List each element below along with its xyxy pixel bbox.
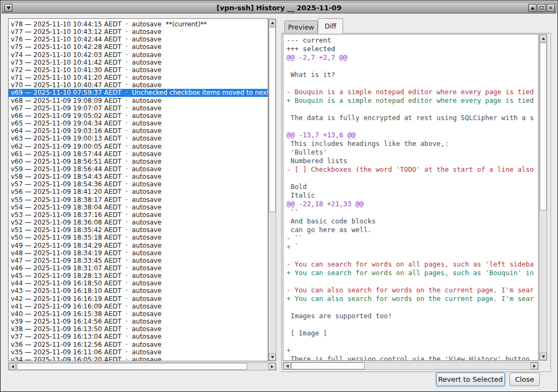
list-horizontal-scrollbar[interactable] bbox=[8, 362, 276, 370]
diff-line: Numbered lists bbox=[287, 157, 538, 165]
arrow-left-icon bbox=[11, 365, 14, 368]
list-item[interactable]: v70 — 2025-11-10 10:40:47 AEDT · autosav… bbox=[9, 81, 268, 89]
diff-line: Italic bbox=[287, 191, 538, 200]
maximize-icon bbox=[540, 6, 543, 10]
diff-line bbox=[287, 122, 538, 131]
list-vertical-scrollbar[interactable] bbox=[268, 18, 276, 361]
list-item[interactable]: v77 — 2025-11-10 10:43:12 AEDT · autosav… bbox=[9, 28, 268, 36]
list-item[interactable]: v36 — 2025-11-09 16:12:56 AEDT · autosav… bbox=[9, 341, 268, 348]
list-item[interactable]: v55 — 2025-11-09 18:38:17 AEDT · autosav… bbox=[9, 196, 268, 204]
list-item[interactable]: v57 — 2025-11-09 18:54:36 AEDT · autosav… bbox=[9, 180, 268, 188]
diff-line: The data is fully encrypted at rest usin… bbox=[287, 114, 538, 122]
list-item[interactable]: v56 — 2025-11-09 18:41:20 AEDT · autosav… bbox=[9, 188, 268, 195]
close-button[interactable]: Close bbox=[510, 373, 540, 386]
list-item[interactable]: v74 — 2025-11-10 10:42:03 AEDT · autosav… bbox=[9, 51, 268, 59]
list-item[interactable]: v47 — 2025-11-09 18:33:45 AEDT · autosav… bbox=[9, 257, 268, 264]
list-item[interactable]: v48 — 2025-11-09 18:34:19 AEDT · autosav… bbox=[9, 249, 268, 257]
list-item[interactable]: v49 — 2025-11-09 18:34:29 AEDT · autosav… bbox=[9, 242, 268, 249]
scroll-left-button[interactable] bbox=[9, 363, 16, 370]
list-item[interactable]: v39 — 2025-11-09 16:14:56 AEDT · autosav… bbox=[9, 318, 268, 325]
shade-button[interactable] bbox=[528, 4, 536, 12]
list-item[interactable]: v72 — 2025-11-10 10:41:30 AEDT · autosav… bbox=[9, 66, 268, 74]
list-item[interactable]: v71 — 2025-11-10 10:41:20 AEDT · autosav… bbox=[9, 74, 268, 81]
maximize-button[interactable] bbox=[538, 4, 546, 12]
list-item[interactable]: v76 — 2025-11-10 10:42:44 AEDT · autosav… bbox=[9, 36, 268, 43]
diff-line: + ` bbox=[287, 243, 538, 251]
list-item[interactable]: v64 — 2025-11-09 19:03:16 AEDT · autosav… bbox=[9, 127, 268, 135]
list-item[interactable]: v52 — 2025-11-09 18:36:08 AEDT · autosav… bbox=[9, 219, 268, 226]
scroll-down-button[interactable] bbox=[540, 353, 547, 360]
diff-line: - You can also search for words on the c… bbox=[287, 286, 538, 295]
diff-line bbox=[287, 174, 538, 183]
list-item[interactable]: v46 — 2025-11-09 18:31:07 AEDT · autosav… bbox=[9, 264, 268, 272]
diff-line: --- current bbox=[287, 36, 538, 45]
list-item[interactable]: v40 — 2025-11-09 16:15:38 AEDT · autosav… bbox=[9, 310, 268, 318]
diff-line: @@ -13,7 +13,6 @@ bbox=[287, 131, 538, 139]
diff-vertical-scrollbar[interactable] bbox=[539, 34, 547, 361]
list-item[interactable]: v35 — 2025-11-09 16:11:06 AEDT · autosav… bbox=[9, 348, 268, 356]
list-item[interactable]: v54 — 2025-11-09 18:38:04 AEDT · autosav… bbox=[9, 204, 268, 211]
titlebar[interactable]: [vpn-ssh] History __ 2025-11-09 ✕ bbox=[2, 2, 556, 13]
list-item[interactable]: v67 — 2025-11-09 19:07:07 AEDT · autosav… bbox=[9, 104, 268, 112]
list-item[interactable]: v65 — 2025-11-09 19:04:34 AEDT · autosav… bbox=[9, 120, 268, 127]
arrow-left-icon bbox=[286, 365, 289, 368]
diff-line: can go here as well. bbox=[287, 226, 538, 234]
tab-diff[interactable]: Diff bbox=[318, 18, 343, 33]
list-item[interactable]: v45 — 2025-11-09 18:28:13 AEDT · autosav… bbox=[9, 272, 268, 279]
list-item[interactable]: v44 — 2025-11-09 16:18:50 AEDT · autosav… bbox=[9, 279, 268, 287]
window-menu-button[interactable] bbox=[4, 4, 12, 12]
window-menu-icon bbox=[6, 6, 11, 10]
list-item[interactable]: v63 — 2025-11-09 19:00:13 AEDT · autosav… bbox=[9, 135, 268, 142]
list-item[interactable]: v51 — 2025-11-09 18:35:42 AEDT · autosav… bbox=[9, 226, 268, 234]
scroll-up-button[interactable] bbox=[269, 19, 276, 26]
diff-text-area[interactable]: --- current+++ selected@@ -2,7 +2,7 @@ W… bbox=[283, 34, 539, 361]
list-item[interactable]: v68 — 2025-11-09 19:08:09 AEDT · autosav… bbox=[9, 97, 268, 104]
diff-line bbox=[287, 62, 538, 71]
diff-line: There is full version control via the 'V… bbox=[287, 355, 538, 361]
diff-line: + You can search for words on all pages,… bbox=[287, 269, 538, 277]
window-title: [vpn-ssh] History __ 2025-11-09 bbox=[217, 4, 341, 12]
list-item[interactable]: v69 — 2025-11-10 07:59:37 AEDT · Uncheck… bbox=[9, 89, 268, 96]
list-item[interactable]: v43 — 2025-11-09 16:18:10 AEDT · autosav… bbox=[9, 287, 268, 295]
scroll-right-button[interactable] bbox=[268, 363, 276, 370]
list-item[interactable]: v41 — 2025-11-09 16:16:09 AEDT · autosav… bbox=[9, 303, 268, 310]
arrow-right-icon bbox=[271, 365, 274, 368]
list-item[interactable]: v75 — 2025-11-10 10:42:28 AEDT · autosav… bbox=[9, 43, 268, 51]
scroll-left-button[interactable] bbox=[283, 362, 291, 369]
diff-line: [ Image ] bbox=[287, 329, 538, 338]
list-item[interactable]: v53 — 2025-11-09 18:37:16 AEDT · autosav… bbox=[9, 211, 268, 219]
diff-line: + Bouquin is a simple notepad editor whe… bbox=[287, 96, 538, 105]
scrollbar-thumb[interactable] bbox=[291, 362, 365, 369]
list-item[interactable]: v73 — 2025-11-10 10:41:42 AEDT · autosav… bbox=[9, 59, 268, 66]
diff-line: What is it? bbox=[287, 71, 538, 79]
scrollbar-thumb[interactable] bbox=[269, 27, 276, 212]
list-item[interactable]: v37 — 2025-11-09 16:13:04 AEDT · autosav… bbox=[9, 333, 268, 340]
list-item[interactable]: v58 — 2025-11-09 18:54:43 AEDT · autosav… bbox=[9, 173, 268, 180]
list-item[interactable]: v66 — 2025-11-09 19:05:02 AEDT · autosav… bbox=[9, 112, 268, 120]
scrollbar-thumb[interactable] bbox=[17, 363, 247, 370]
list-item[interactable]: v50 — 2025-11-09 18:35:18 AEDT · autosav… bbox=[9, 234, 268, 241]
list-item[interactable]: v78 — 2025-11-10 10:44:15 AEDT · autosav… bbox=[9, 20, 268, 28]
list-item[interactable]: v59 — 2025-11-09 18:56:44 AEDT · autosav… bbox=[9, 165, 268, 173]
list-item[interactable]: v42 — 2025-11-09 16:16:19 AEDT · autosav… bbox=[9, 295, 268, 303]
diff-line: - Bouquin is a simple notepad editor whe… bbox=[287, 88, 538, 96]
diff-line bbox=[287, 338, 538, 346]
scroll-right-button[interactable] bbox=[531, 362, 538, 369]
list-item[interactable]: v61 — 2025-11-09 18:57:44 AEDT · autosav… bbox=[9, 150, 268, 158]
diff-line: 'Bullets' bbox=[287, 148, 538, 157]
tab-preview[interactable]: Preview bbox=[284, 20, 318, 33]
list-item[interactable]: v62 — 2025-11-09 19:00:05 AEDT · autosav… bbox=[9, 143, 268, 150]
revert-to-selected-button[interactable]: Revert to Selected bbox=[436, 373, 505, 386]
scrollbar-thumb[interactable] bbox=[540, 43, 547, 211]
window-close-button[interactable]: ✕ bbox=[547, 4, 555, 12]
list-item[interactable]: v38 — 2025-11-09 16:13:50 AEDT · autosav… bbox=[9, 325, 268, 333]
list-item[interactable]: v34 — 2025-11-09 16:05:20 AEDT · autosav… bbox=[9, 356, 268, 361]
scroll-up-button[interactable] bbox=[540, 34, 547, 42]
list-item[interactable]: v60 — 2025-11-09 18:56:51 AEDT · autosav… bbox=[9, 158, 268, 165]
diff-horizontal-scrollbar[interactable] bbox=[283, 362, 539, 370]
diff-line: - You can search for words on all pages,… bbox=[287, 260, 538, 269]
shade-icon bbox=[531, 6, 535, 10]
history-list[interactable]: v78 — 2025-11-10 10:44:15 AEDT · autosav… bbox=[8, 18, 268, 361]
scroll-down-button[interactable] bbox=[269, 353, 276, 361]
diff-line: @@ -22,18 +21,33 @@ bbox=[287, 200, 538, 208]
